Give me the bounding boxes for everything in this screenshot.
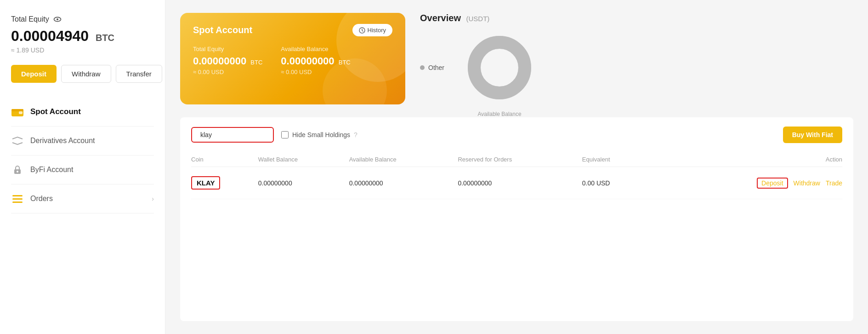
transfer-button[interactable]: Transfer [116, 65, 162, 83]
deposit-button[interactable]: Deposit [11, 65, 57, 83]
legend-dot-other [420, 65, 425, 70]
cell-reserved-for-orders: 0.00000000 [458, 167, 582, 199]
search-box[interactable]: × [191, 127, 274, 143]
main-content: Spot Account History Total Equity 0.0000… [165, 0, 868, 334]
sidebar-item-spot-account[interactable]: Spot Account [11, 98, 154, 127]
info-icon[interactable]: ? [354, 131, 357, 138]
sidebar-label-derivatives-account: Derivatives Account [30, 137, 95, 145]
spot-card-title: Spot Account [193, 25, 252, 35]
top-row: Spot Account History Total Equity 0.0000… [180, 13, 853, 104]
overview-title: Overview (USDT) [420, 13, 853, 23]
wallet-icon [11, 107, 24, 117]
svg-rect-3 [11, 109, 23, 111]
hide-small-holdings: Hide Small Holdings ? [281, 131, 357, 138]
available-balance-label-card: Available Balance [281, 46, 350, 52]
sidebar-label-orders: Orders [30, 195, 53, 203]
svg-rect-8 [12, 198, 23, 200]
available-balance-value-card: 0.00000000 BTC [281, 55, 350, 67]
legend-label-other: Other [428, 64, 444, 71]
sidebar-item-derivatives-account[interactable]: Derivatives Account [11, 127, 154, 155]
col-action: Action [646, 152, 842, 167]
svg-point-12 [474, 42, 525, 93]
table-row: KLAY 0.00000000 0.00000000 0.00000000 0.… [191, 167, 842, 199]
spot-card-balances: Total Equity 0.00000000 BTC ≈ 0.00 USD A… [193, 46, 392, 75]
donut-center-label: Available Balance [477, 111, 521, 117]
cell-equivalent: 0.00 USD [582, 167, 646, 199]
col-available-balance: Available Balance [349, 152, 458, 167]
table-section: × Hide Small Holdings ? Buy With Fiat Co… [180, 117, 853, 321]
col-equivalent: Equivalent [582, 152, 646, 167]
overview-panel: Overview (USDT) Other Available Balance [420, 13, 853, 104]
svg-point-10 [359, 28, 365, 33]
table-body: KLAY 0.00000000 0.00000000 0.00000000 0.… [191, 167, 842, 199]
hide-small-holdings-label: Hide Small Holdings [292, 131, 350, 138]
svg-rect-4 [19, 111, 23, 114]
spot-card-header: Spot Account History [193, 24, 392, 36]
sidebar: Total Equity 0.00004940 BTC ≈ 1.89 USD D… [0, 0, 165, 334]
history-button[interactable]: History [352, 24, 392, 36]
col-coin: Coin [191, 152, 258, 167]
total-equity-label-container: Total Equity [11, 15, 154, 24]
asset-table: Coin Wallet Balance Available Balance Re… [191, 152, 842, 199]
svg-rect-9 [12, 202, 23, 203]
sidebar-label-byfi-account: ByFi Account [30, 166, 73, 174]
donut-chart: Available Balance [463, 31, 536, 104]
total-equity-usd: ≈ 1.89 USD [11, 46, 154, 54]
svg-point-6 [17, 171, 18, 173]
withdraw-button[interactable]: Withdraw [61, 65, 111, 83]
cell-available-balance: 0.00000000 [349, 167, 458, 199]
spot-account-card: Spot Account History Total Equity 0.0000… [180, 13, 405, 104]
orders-arrow-icon: › [152, 195, 154, 202]
lock-icon [11, 165, 24, 175]
withdraw-action-link[interactable]: Withdraw [794, 179, 820, 187]
trade-action-link[interactable]: Trade [826, 179, 842, 187]
cell-action: Deposit Withdraw Trade [646, 167, 842, 199]
total-equity-label: Total Equity [11, 15, 49, 23]
available-balance-usd-card: ≈ 0.00 USD [281, 69, 350, 75]
arrows-icon [11, 136, 24, 146]
cell-coin: KLAY [191, 167, 258, 199]
table-header: Coin Wallet Balance Available Balance Re… [191, 152, 842, 167]
buy-with-fiat-button[interactable]: Buy With Fiat [783, 127, 842, 143]
sidebar-item-orders[interactable]: Orders › [11, 184, 154, 213]
sidebar-label-spot-account: Spot Account [30, 107, 81, 116]
action-buttons: Deposit Withdraw Transfer [11, 65, 154, 83]
legend-item-other: Other [420, 64, 444, 71]
overview-legend: Other [420, 64, 444, 71]
col-reserved-for-orders: Reserved for Orders [458, 152, 582, 167]
cell-wallet-balance: 0.00000000 [258, 167, 349, 199]
hide-small-holdings-checkbox[interactable] [281, 131, 289, 138]
table-controls: × Hide Small Holdings ? Buy With Fiat [191, 127, 842, 143]
list-icon [11, 194, 24, 204]
svg-rect-7 [12, 195, 23, 196]
eye-icon[interactable] [53, 15, 62, 24]
total-equity-label-card: Total Equity [193, 46, 262, 52]
overview-content: Other Available Balance [420, 31, 853, 104]
col-wallet-balance: Wallet Balance [258, 152, 349, 167]
search-input[interactable] [200, 131, 281, 138]
total-equity-usd-card: ≈ 0.00 USD [193, 69, 262, 75]
svg-point-1 [57, 18, 58, 20]
donut-svg [463, 31, 536, 104]
total-equity-value: 0.00004940 BTC [11, 28, 154, 45]
total-equity-value-card: 0.00000000 BTC [193, 55, 262, 67]
available-balance-section: Available Balance 0.00000000 BTC ≈ 0.00 … [281, 46, 350, 75]
sidebar-item-byfi-account[interactable]: ByFi Account [11, 155, 154, 184]
coin-label: KLAY [191, 176, 220, 190]
history-icon [359, 27, 365, 34]
total-equity-section: Total Equity 0.00000000 BTC ≈ 0.00 USD [193, 46, 262, 75]
action-cell: Deposit Withdraw Trade [646, 178, 842, 189]
deposit-action-link[interactable]: Deposit [757, 178, 788, 189]
